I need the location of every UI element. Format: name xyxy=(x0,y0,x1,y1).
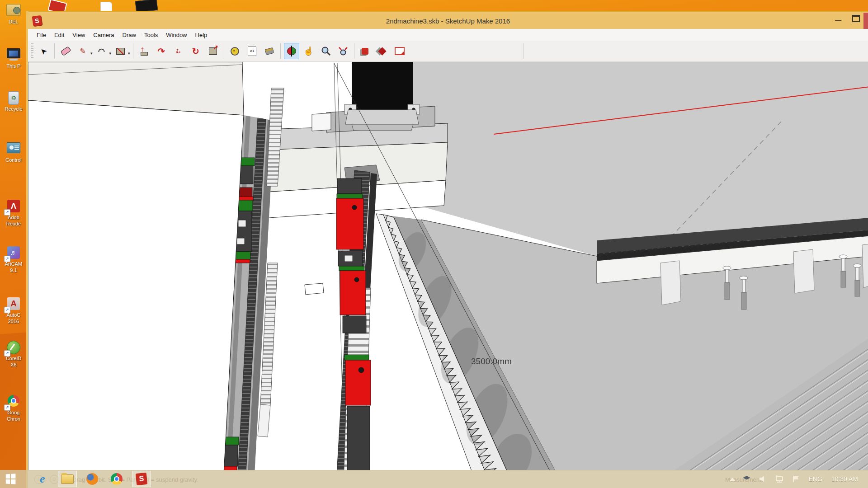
arc-tool-button[interactable]: ◠ xyxy=(94,43,109,59)
rectangle-tool-button[interactable] xyxy=(113,43,128,59)
desktop-icon-chrome[interactable]: ↗ Goog Chron xyxy=(0,394,27,422)
system-tray: ENG 10:30 AM xyxy=(726,475,868,483)
menu-draw[interactable]: Draw xyxy=(118,30,140,40)
menu-view[interactable]: View xyxy=(68,30,89,40)
zoom-tool-button[interactable] xyxy=(318,43,334,59)
carriage-block-red[interactable] xyxy=(336,198,363,249)
desktop-icon-adobe-reader[interactable]: Λ ↗ Adob Reade xyxy=(0,199,27,227)
right-rail-assembly[interactable] xyxy=(336,165,380,471)
taskbar-file-explorer[interactable] xyxy=(58,471,77,487)
rectangle-tool-dropdown[interactable]: ▾ xyxy=(128,51,130,56)
orbit-tool-button[interactable] xyxy=(284,43,299,59)
menu-edit[interactable]: Edit xyxy=(50,30,68,40)
push-pull-icon: ↑ xyxy=(141,47,148,56)
extension-warehouse-button[interactable] xyxy=(375,43,390,59)
paint-bucket-tool-button[interactable] xyxy=(262,43,277,59)
share-model-button[interactable] xyxy=(392,43,407,59)
artcam-icon: ♬ ↗ xyxy=(6,246,21,261)
eraser-tool-button[interactable] xyxy=(58,43,73,59)
line-tool-dropdown[interactable]: ▾ xyxy=(90,51,93,56)
extension-warehouse-icon xyxy=(378,47,386,55)
menu-help[interactable]: Help xyxy=(191,30,212,40)
menu-file[interactable]: File xyxy=(33,30,50,40)
push-pull-tool-button[interactable]: ↑ xyxy=(137,43,152,59)
autocad-icon: A ↗ xyxy=(6,297,21,312)
eraser-icon xyxy=(60,46,71,56)
maximize-button[interactable] xyxy=(850,14,862,26)
select-tool-button[interactable]: ➤ xyxy=(36,43,51,59)
carriage-block-green[interactable] xyxy=(337,194,363,198)
move-tool-button[interactable]: ↔↔ xyxy=(171,43,186,59)
zoom-extents-tool-button[interactable] xyxy=(335,43,351,59)
chrome-icon: ↗ xyxy=(6,395,21,409)
zoom-extents-icon xyxy=(338,46,349,56)
desktop-icon-dell-folder[interactable]: DEL xyxy=(0,2,27,25)
toolbar: ➤ ✎ ▾ ◠ ▾ ▾ ↑ ↷ ↔↔ ↻ ↗ A1 ☝ xyxy=(28,41,868,62)
user-folder-icon xyxy=(6,4,21,19)
scale-icon: ↗ xyxy=(209,47,217,55)
viewport[interactable]: 3500.0mm xyxy=(28,62,868,471)
dimension-label: 3500.0mm xyxy=(471,357,512,366)
orbit-icon xyxy=(287,47,296,55)
hidden-icons-button[interactable] xyxy=(730,478,735,481)
desktop-icon-this-pc[interactable]: This P xyxy=(0,47,27,69)
clock[interactable]: 10:30 AM xyxy=(831,475,858,483)
taskbar-sketchup[interactable]: S xyxy=(132,471,151,487)
taskbar: e S ENG 10:30 AM xyxy=(0,470,868,488)
desktop-icon-label: DEL xyxy=(0,19,27,25)
toolbar-grip[interactable] xyxy=(31,43,33,59)
computer-icon xyxy=(6,48,21,63)
stepper-motor[interactable] xyxy=(344,62,420,131)
text-icon: A1 xyxy=(248,47,256,56)
desktop-icon-autocad[interactable]: A ↗ AutoC 2016 xyxy=(0,296,27,324)
menu-tools[interactable]: Tools xyxy=(140,30,162,40)
recycle-bin-icon: ♻ xyxy=(6,91,21,106)
volume-icon[interactable] xyxy=(759,475,767,483)
window-title: 2ndmachine3.skb - SketchUp Make 2016 xyxy=(28,17,868,25)
scale-tool-button[interactable]: ↗ xyxy=(205,43,221,59)
arc-tool-dropdown[interactable]: ▾ xyxy=(109,51,112,56)
tape-measure-tool-button[interactable] xyxy=(227,43,243,59)
rotate-tool-button[interactable]: ↻ xyxy=(188,43,203,59)
machine-column[interactable] xyxy=(28,62,244,471)
firefox-icon xyxy=(86,473,98,485)
title-bar[interactable]: S 2ndmachine3.skb - SketchUp Make 2016 — xyxy=(28,11,868,30)
desktop-icon-recycle-bin[interactable]: ♻ Recycle xyxy=(0,90,27,112)
taskbar-firefox[interactable] xyxy=(83,471,101,487)
minimize-button[interactable]: — xyxy=(832,14,844,26)
document-icon[interactable] xyxy=(100,2,112,12)
pan-hand-icon: ☝ xyxy=(303,46,313,56)
language-indicator[interactable]: ENG xyxy=(809,475,822,483)
desktop-icon-artcam[interactable]: ♬ ↗ ArtCAM 9.1 xyxy=(0,245,27,273)
network-icon[interactable] xyxy=(775,475,784,483)
frame-web[interactable] xyxy=(793,249,814,293)
follow-me-tool-button[interactable]: ↷ xyxy=(154,43,169,59)
sketchup-icon: S xyxy=(136,473,148,485)
windows-logo-icon xyxy=(6,474,16,484)
menu-window[interactable]: Window xyxy=(162,30,191,40)
frame-web[interactable] xyxy=(660,261,681,305)
tape-measure-icon xyxy=(231,47,239,56)
file-explorer-icon xyxy=(61,474,74,484)
close-button[interactable] xyxy=(863,13,868,30)
3d-warehouse-icon xyxy=(362,48,368,55)
control-panel-icon xyxy=(6,142,21,157)
taskbar-chrome[interactable] xyxy=(108,471,126,487)
pan-tool-button[interactable]: ☝ xyxy=(301,43,316,59)
menu-camera[interactable]: Camera xyxy=(89,30,118,40)
taskbar-internet-explorer[interactable]: e xyxy=(33,471,52,487)
internet-explorer-icon: e xyxy=(40,472,45,486)
adobe-reader-icon: Λ ↗ xyxy=(6,200,21,214)
3d-warehouse-button[interactable] xyxy=(358,43,373,59)
start-button[interactable] xyxy=(0,470,21,488)
paint-bucket-icon xyxy=(264,47,274,55)
zoom-magnifier-icon xyxy=(321,46,331,56)
dropbox-icon[interactable] xyxy=(743,476,750,482)
action-center-flag-icon[interactable] xyxy=(792,475,800,483)
desktop-icon-coreldraw[interactable]: ↗ CorelD X6 xyxy=(0,340,27,368)
pencil-icon: ✎ xyxy=(80,47,86,56)
text-tool-button[interactable]: A1 xyxy=(245,43,260,59)
move-icon: ↔↔ xyxy=(174,47,183,56)
line-tool-button[interactable]: ✎ xyxy=(75,43,90,59)
desktop-icon-control-panel[interactable]: Control xyxy=(0,141,27,163)
